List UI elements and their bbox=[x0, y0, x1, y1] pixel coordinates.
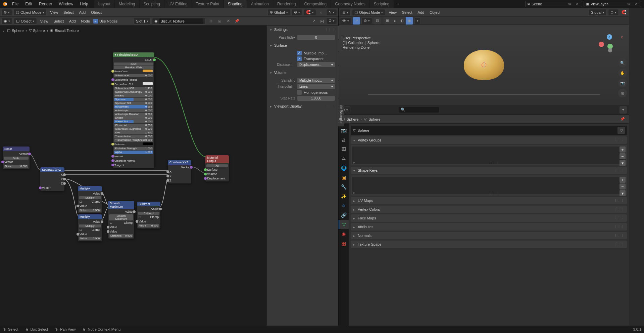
bsdf-row-14[interactable]: Clearcoat0.000 bbox=[114, 124, 153, 127]
ptab-scene[interactable]: ⛰ bbox=[339, 154, 349, 163]
orientation-3d[interactable]: Global▾ bbox=[588, 9, 607, 16]
bsdf-row-6[interactable]: Metallic0.000 bbox=[114, 94, 153, 97]
pan-button[interactable]: ✋ bbox=[618, 69, 627, 77]
snap-3d[interactable]: 🧲 bbox=[620, 9, 628, 16]
step-rate-field[interactable]: 1.0000 bbox=[297, 96, 335, 101]
tab-shading[interactable]: Shading bbox=[224, 0, 247, 8]
tab-animation[interactable]: Animation bbox=[247, 0, 273, 8]
attributes-header[interactable]: Attributes⋮⋮⋮ bbox=[351, 223, 627, 231]
backdrop-button[interactable]: ↗ bbox=[310, 17, 317, 25]
ptab-viewlayer[interactable]: 🖼 bbox=[339, 144, 349, 154]
hdr-select[interactable]: Select bbox=[61, 10, 76, 14]
node-editor-canvas[interactable]: ▢Sphere › ▽Sphere › ◉Biscuit Texture bbox=[0, 26, 266, 326]
face-maps-header[interactable]: Face Maps⋮⋮⋮ bbox=[351, 214, 627, 222]
hdr3d-select[interactable]: Select bbox=[400, 10, 414, 14]
displacement-dropdown[interactable]: Displacemen... ▾ bbox=[297, 62, 335, 67]
tab-scripting[interactable]: Scripting bbox=[370, 0, 394, 8]
node-subtract[interactable]: Subtract Value Subtract ☐ Clamp Value Va… bbox=[137, 202, 160, 228]
bsdf-row-0[interactable]: Base Color bbox=[113, 69, 154, 74]
bsdf-row-2[interactable]: Subsurface Radius bbox=[113, 78, 154, 82]
uvmaps-header[interactable]: UV Maps⋮⋮⋮ bbox=[351, 197, 627, 204]
node-smooth-max[interactable]: Smooth Maximum Value Smooth Maximum ☐ Cl… bbox=[108, 201, 134, 239]
transparent-shadows-checkbox[interactable]: ✓Transparent ... bbox=[270, 56, 335, 61]
gizmo-toggle[interactable]: ↗ bbox=[353, 17, 360, 25]
material-copy-button[interactable]: ⎘ bbox=[216, 17, 223, 25]
bsdf-row-21[interactable]: Alpha1.000 bbox=[114, 151, 153, 154]
panel-volume-header[interactable]: Volume bbox=[267, 69, 338, 77]
bsdf-row-15[interactable]: Clearcoat Roughness0.030 bbox=[114, 127, 153, 131]
menu-render[interactable]: Render bbox=[36, 0, 55, 8]
sk-remove-button[interactable]: − bbox=[620, 183, 626, 190]
hdr3d-add[interactable]: Add bbox=[416, 10, 427, 14]
mode-dropdown[interactable]: ▢Object Mode▾ bbox=[13, 9, 47, 16]
tab-layout[interactable]: Layout bbox=[94, 0, 114, 8]
bc-obj[interactable]: Sphere bbox=[347, 117, 358, 121]
fake-user-button[interactable]: 🛡 bbox=[617, 127, 625, 134]
panel-viewport-header[interactable]: Viewport Display⋮⋮⋮ bbox=[267, 102, 338, 110]
view-layer-toggle[interactable]: 👁▾ bbox=[340, 17, 351, 24]
perspective-button[interactable]: ⊞ bbox=[618, 89, 627, 97]
menu-edit[interactable]: Edit bbox=[22, 0, 36, 8]
node-multiply-1[interactable]: Multiply Value Multiply ☐ Clamp Value Va… bbox=[78, 186, 102, 213]
material-unlink-button[interactable]: ✕ bbox=[225, 17, 232, 25]
menu-help[interactable]: Help bbox=[77, 0, 92, 8]
viewlayer-name-field[interactable]: ViewLayer bbox=[591, 2, 624, 6]
viewlayer-new-button[interactable]: ⊕ bbox=[626, 1, 632, 7]
texture-space-header[interactable]: Texture Space⋮⋮⋮ bbox=[351, 241, 627, 248]
editor-type-3d[interactable]: ⊞▾ bbox=[340, 9, 351, 16]
scene-selector[interactable]: ⧉ Scene ⊕ ✕ bbox=[525, 1, 582, 7]
ptab-particle[interactable]: ✨ bbox=[339, 192, 349, 201]
mesh-name-field[interactable]: ▽Sphere🛡 bbox=[351, 126, 627, 135]
use-nodes-checkbox[interactable]: ✓Use Nodes bbox=[93, 19, 117, 24]
shader-type-dropdown[interactable]: ▢Object▾ bbox=[14, 18, 37, 25]
bsdf-row-17[interactable]: Transmission0.000 bbox=[114, 135, 153, 138]
menu-file[interactable]: File bbox=[9, 0, 22, 8]
scene-name-field[interactable]: Scene bbox=[532, 2, 565, 6]
ptab-physics[interactable]: ⚛ bbox=[339, 201, 349, 210]
node-view[interactable]: View bbox=[38, 19, 50, 23]
interpolation-dropdown[interactable]: Linear▾ bbox=[297, 84, 335, 89]
bsdf-row-18[interactable]: Transmission Roughness0.000 bbox=[114, 138, 153, 142]
tab-uvediting[interactable]: UV Editing bbox=[164, 0, 192, 8]
bsdf-row-12[interactable]: Sheen0.000 bbox=[114, 116, 153, 120]
node-scale[interactable]: Scale Vector Scale Vector Scale:0.500 bbox=[3, 147, 30, 169]
tab-modeling[interactable]: Modeling bbox=[115, 0, 139, 8]
bsdf-row-10[interactable]: Anisotropic0.000 bbox=[114, 109, 153, 112]
navigation-gizmo[interactable]: Z X bbox=[600, 34, 619, 53]
multiple-importance-checkbox[interactable]: ✓Multiple Imp... bbox=[270, 51, 335, 55]
panel-surface-header[interactable]: Surface bbox=[267, 41, 338, 49]
proportional-curve[interactable]: ∿▾ bbox=[326, 9, 337, 16]
node-node[interactable]: Node bbox=[79, 19, 92, 23]
shading-rendered[interactable]: ◉ bbox=[406, 17, 413, 25]
tab-texturepaint[interactable]: Texture Paint bbox=[192, 0, 224, 8]
node-multiply-2[interactable]: Multiply Value Multiply ☐ Clamp Value Va… bbox=[78, 214, 102, 241]
vg-add-button[interactable]: + bbox=[620, 147, 626, 153]
orientation-dropdown[interactable]: ⊕Global▾ bbox=[267, 9, 290, 16]
sk-dropdown-button[interactable]: ▾ bbox=[620, 190, 626, 196]
tab-compositing[interactable]: Compositing bbox=[300, 0, 331, 8]
viewlayer-selector[interactable]: ▣ ViewLayer ⊕ ✕ bbox=[584, 1, 641, 7]
viewlayer-delete-button[interactable]: ✕ bbox=[633, 1, 639, 7]
overlay-dropdown[interactable]: ⊙▾ bbox=[326, 17, 337, 24]
tab-sculpting[interactable]: Sculpting bbox=[140, 0, 164, 8]
bsdf-row-16[interactable]: IOR1.450 bbox=[114, 131, 153, 134]
xray-toggle[interactable]: ⊡ bbox=[374, 17, 381, 25]
pin-properties[interactable]: 📌 bbox=[619, 116, 626, 123]
group-in-button[interactable]: [+] bbox=[318, 17, 326, 25]
ptab-texture[interactable]: ▦ bbox=[339, 239, 349, 248]
gizmo-neg-axis[interactable] bbox=[608, 48, 612, 52]
ptab-object[interactable]: ▣ bbox=[339, 173, 349, 182]
slot-dropdown[interactable]: Slot 1▾ bbox=[134, 18, 151, 25]
editor-type-dropdown[interactable]: ⊕▾ bbox=[1, 9, 12, 16]
node-editor-type[interactable]: ◉▾ bbox=[1, 18, 12, 25]
bsdf-row-9[interactable]: Roughness0.853 bbox=[114, 105, 153, 109]
shading-wireframe[interactable]: ⊞ bbox=[384, 17, 391, 25]
pass-index-field[interactable]: 0 bbox=[297, 35, 335, 40]
sampling-dropdown[interactable]: Multiple Impo...▾ bbox=[297, 78, 335, 83]
ptab-render[interactable]: 📷 bbox=[339, 126, 349, 135]
bsdf-row-1[interactable]: Subsurface0.000 bbox=[114, 74, 153, 77]
ptab-data[interactable]: ▽ bbox=[339, 220, 349, 229]
gizmo-x-axis[interactable] bbox=[599, 42, 604, 47]
shape-keys-header[interactable]: Shape Keys⋮⋮⋮ bbox=[351, 167, 627, 174]
bsdf-row-5[interactable]: Subsurface Anisotropy0.000 bbox=[114, 90, 153, 94]
